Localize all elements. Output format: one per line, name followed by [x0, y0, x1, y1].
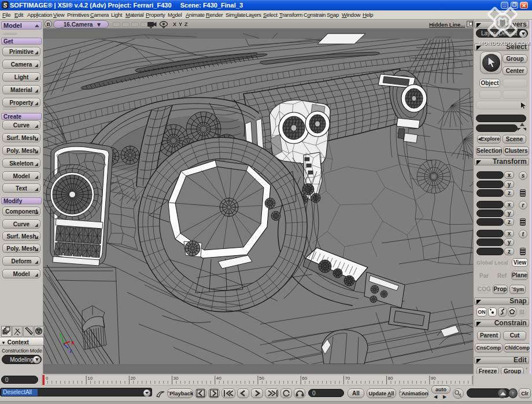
svg-text:60: 60	[302, 376, 307, 381]
svg-text:10: 10	[87, 376, 93, 381]
svg-text:50: 50	[259, 376, 264, 381]
svg-text:40: 40	[216, 376, 221, 381]
svg-text:Y: Y	[59, 332, 62, 337]
svg-text:Z: Z	[69, 348, 72, 354]
svg-text:30: 30	[173, 376, 179, 381]
svg-text:80: 80	[388, 376, 393, 381]
svg-text:MONDOXBOX.COM: MONDOXBOX.COM	[479, 41, 530, 46]
svg-text:0: 0	[46, 376, 49, 381]
svg-text:X: X	[71, 340, 75, 346]
svg-text:70: 70	[345, 376, 350, 381]
svg-text:Y: Y	[179, 21, 182, 27]
svg-text:X: X	[173, 21, 176, 27]
svg-text:20: 20	[130, 376, 135, 381]
svg-text:Z: Z	[184, 21, 188, 27]
svg-text:90: 90	[431, 376, 436, 381]
